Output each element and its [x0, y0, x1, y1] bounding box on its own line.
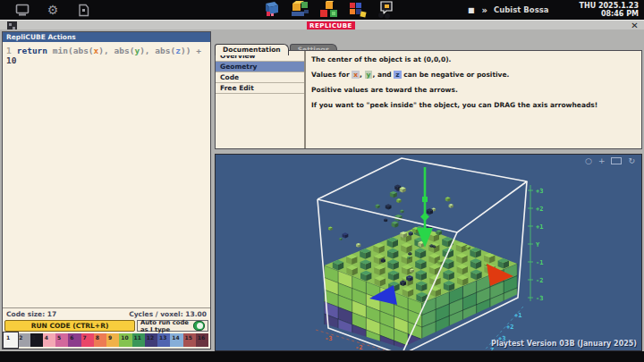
palette-swatch-number: 11 — [134, 334, 141, 341]
viewport-3d[interactable]: +3+2+1Y-1-2-3+1+2+3Z-3-2 ○+↻ Playtest Ve… — [215, 154, 642, 351]
screenshot-icon[interactable] — [611, 157, 622, 164]
palette-swatch-13[interactable]: 13 — [157, 333, 170, 347]
auto-run-label: Auto run code as I type — [140, 319, 193, 333]
window-tab-bar: REPLICUBE ✕ — [0, 20, 644, 29]
doc-text: The center of the object is at (0,0,0).V… — [306, 51, 641, 148]
svg-text:-1: -1 — [536, 259, 543, 266]
documentation-panel: DocumentationSettings OverviewGeometryCo… — [215, 38, 642, 149]
doc-nav-code[interactable]: Code — [216, 72, 304, 83]
palette-swatch-number: 14 — [172, 334, 179, 341]
computer-icon[interactable] — [14, 3, 30, 17]
music-next-icon[interactable]: » — [482, 5, 487, 15]
doc-nav-free-edit[interactable]: Free Edit — [216, 83, 304, 94]
doc-paragraph: Positive values are toward the arrows. — [311, 86, 636, 94]
palette-swatch-7[interactable]: 7 — [81, 333, 94, 347]
palette-swatch-number: 6 — [70, 334, 73, 341]
doc-paragraph: Values for x, y, and z can be negative o… — [311, 71, 636, 79]
svg-text:Y: Y — [536, 241, 540, 248]
palette-swatch-number: 3 — [32, 334, 36, 341]
app-icon-chat[interactable] — [376, 1, 397, 19]
tab-documentation[interactable]: Documentation — [215, 44, 289, 55]
palette-swatch-9[interactable]: 9 — [106, 333, 119, 347]
svg-text:+2: +2 — [536, 206, 543, 213]
palette-swatch-11[interactable]: 11 — [132, 333, 145, 347]
auto-run-toggle[interactable] — [193, 321, 205, 331]
doc-paragraph: If you want to "peek inside" the object,… — [311, 101, 636, 109]
palette-swatch-16[interactable]: 16 — [196, 333, 208, 347]
editor-status-row: Code size: 17 Cycles / voxel: 13.00 — [3, 307, 210, 319]
editor-title-bar[interactable]: RepliCUBE Actions — [3, 32, 210, 42]
palette-swatch-number: 12 — [147, 334, 154, 341]
code-token: 10 — [6, 55, 16, 65]
doc-body: OverviewGeometryCodeFree Edit The center… — [215, 50, 642, 149]
viewport-toolbar: ○+↻ — [585, 156, 635, 165]
palette-swatch-6[interactable]: 6 — [68, 333, 80, 347]
app-icon-replicube[interactable] — [318, 1, 340, 19]
palette-swatch-12[interactable]: 12 — [145, 333, 157, 347]
cycles-label: Cycles / voxel: 13.00 — [129, 310, 207, 318]
palette-swatch-number: 13 — [159, 334, 166, 341]
palette-swatch-15[interactable]: 15 — [183, 333, 196, 347]
palette-swatch-4[interactable]: 4 — [43, 333, 55, 347]
palette-swatch-number: 4 — [45, 334, 48, 341]
palette-swatch-3[interactable]: 3 — [30, 333, 43, 347]
main-area: RepliCUBE Actions 1return min(abs(x), ab… — [0, 29, 644, 351]
doc-paragraph: The center of the object is at (0,0,0). — [311, 55, 636, 63]
code-line-tokens: return min(abs(x), abs(y), abs(z)) + 10 — [6, 46, 201, 65]
svg-text:+1: +1 — [514, 312, 521, 319]
clock-date: THU 2025.1.23 — [580, 2, 639, 10]
line-number: 1 — [6, 46, 12, 55]
svg-text:-2: -2 — [355, 344, 362, 351]
palette-swatch-number: 1 — [6, 334, 10, 341]
palette-swatch-number: 2 — [19, 334, 22, 341]
svg-text:-2: -2 — [536, 277, 543, 284]
svg-text:+3: +3 — [536, 188, 543, 195]
editor-button-row: RUN CODE (CTRL+R) Auto run code as I typ… — [3, 319, 210, 333]
palette-swatch-number: 8 — [96, 334, 99, 341]
palette-swatch-14[interactable]: 14 — [170, 333, 182, 347]
run-code-button[interactable]: RUN CODE (CTRL+R) — [4, 320, 135, 332]
zoom-plus-icon[interactable]: + — [598, 156, 606, 165]
app-icon-builder[interactable] — [290, 1, 311, 19]
bottom-bar — [0, 351, 644, 362]
viewport-scene: +3+2+1Y-1-2-3+1+2+3Z-3-2 — [216, 155, 642, 351]
app-icon-console[interactable] — [261, 1, 283, 19]
auto-run-group: Auto run code as I type — [137, 320, 208, 332]
code-token: ), — [98, 46, 114, 55]
svg-text:-3: -3 — [325, 335, 332, 342]
music-stop-icon[interactable]: ■ — [468, 6, 475, 14]
palette-swatch-2[interactable]: 2 — [17, 333, 30, 347]
palette-swatch-8[interactable]: 8 — [94, 333, 106, 347]
svg-text:+1: +1 — [536, 223, 543, 231]
file-icon[interactable] — [75, 3, 91, 17]
taskbar-app-icons — [261, 1, 397, 19]
code-token: return — [17, 46, 53, 55]
code-token: min — [53, 46, 68, 55]
toggle-knob — [197, 323, 203, 329]
palette-swatch-5[interactable]: 5 — [55, 333, 68, 347]
taskbar: ⚙ ■ » Cubist Bossa — [0, 0, 644, 20]
doc-nav: OverviewGeometryCodeFree Edit — [216, 51, 306, 148]
focus-circle-icon[interactable]: ○ — [585, 156, 592, 165]
clock: THU 2025.1.23 08:46 PM — [580, 2, 640, 18]
app-icon-puzzle[interactable] — [347, 1, 369, 19]
version-label: Playtest Version 03B (January 2025) — [491, 340, 637, 348]
code-token: abs — [155, 46, 170, 55]
clock-time: 08:46 PM — [580, 10, 639, 18]
palette-swatch-number: 7 — [83, 334, 87, 341]
palette-swatch-1[interactable]: 1 — [4, 333, 17, 347]
reset-rotation-icon[interactable]: ↻ — [628, 156, 635, 165]
doc-nav-geometry[interactable]: Geometry — [216, 62, 304, 72]
code-token: + — [196, 46, 201, 55]
svg-text:+2: +2 — [506, 324, 513, 331]
music-track-label: Cubist Bossa — [494, 5, 549, 14]
palette-swatch-number: 10 — [121, 334, 128, 341]
code-editor[interactable]: 1return min(abs(x), abs(y), abs(z)) + 10 — [3, 42, 210, 307]
palette-swatch-number: 15 — [185, 334, 192, 341]
svg-text:-3: -3 — [536, 295, 543, 302]
palette-swatch-10[interactable]: 10 — [119, 333, 131, 347]
code-token: abs — [114, 46, 130, 55]
doc-tabs: DocumentationSettings — [215, 38, 642, 50]
palette-swatch-number: 5 — [57, 334, 61, 341]
settings-gear-icon[interactable]: ⚙ — [45, 3, 61, 17]
